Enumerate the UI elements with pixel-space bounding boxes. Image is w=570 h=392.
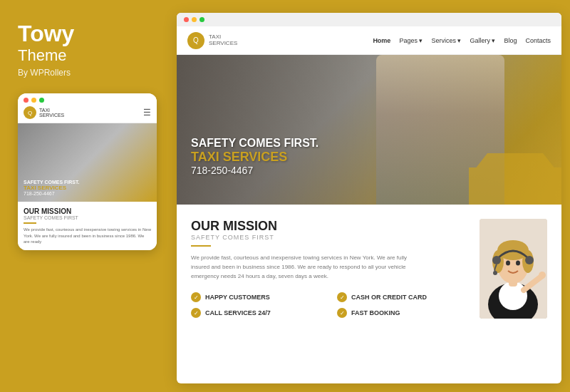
desktop-dot-yellow bbox=[192, 17, 197, 22]
check-icon-2: ✓ bbox=[337, 292, 347, 302]
hamburger-menu[interactable]: ☰ bbox=[143, 108, 151, 118]
check-icon-4: ✓ bbox=[337, 308, 347, 318]
feature-call-services: ✓ CALL SERVICES 24/7 bbox=[191, 308, 323, 318]
mission-section: OUR MISSION SAFETY COMES FIRST We provid… bbox=[191, 219, 469, 319]
hero-line3: 718-250-4467 bbox=[191, 165, 318, 176]
hero-line2: TAXI SERVICES bbox=[191, 150, 318, 165]
feature-label-4: FAST BOOKING bbox=[351, 309, 400, 316]
mobile-mockup: Q TAXI SERVICES ☰ SAFETY COMES FIRST. TA… bbox=[18, 93, 157, 250]
feature-grid: ✓ HAPPY CUSTOMERS ✓ CASH OR CREDIT CARD … bbox=[191, 292, 469, 318]
hero-text-block: SAFETY COMES FIRST. TAXI SERVICES 718-25… bbox=[191, 137, 318, 176]
mission-divider bbox=[191, 245, 211, 247]
svg-point-9 bbox=[525, 256, 534, 264]
agent-photo bbox=[480, 219, 547, 319]
dot-red bbox=[24, 98, 28, 103]
desktop-dot-red bbox=[184, 17, 189, 22]
desktop-mockup: Q TAXI SERVICES Home Pages ▾ Services ▾ … bbox=[177, 13, 561, 383]
brand-subtitle: Theme bbox=[18, 46, 146, 65]
brand-title: Towy bbox=[18, 21, 146, 46]
desktop-logo-icon: Q bbox=[187, 32, 204, 49]
menu-home[interactable]: Home bbox=[373, 37, 390, 44]
mobile-hero-text: SAFETY COMES FIRST. TAXI SERVICES 718-25… bbox=[24, 180, 79, 196]
feature-label-3: CALL SERVICES 24/7 bbox=[205, 309, 271, 316]
desktop-nav: Q TAXI SERVICES Home Pages ▾ Services ▾ … bbox=[177, 26, 561, 55]
mobile-mission-text: We provide fast, courteous and inexpensi… bbox=[24, 227, 151, 244]
feature-happy-customers: ✓ HAPPY CUSTOMERS bbox=[191, 292, 323, 302]
feature-cash: ✓ CASH OR CREDIT CARD bbox=[337, 292, 469, 302]
menu-pages[interactable]: Pages ▾ bbox=[399, 37, 423, 44]
mobile-divider bbox=[24, 222, 36, 224]
dot-green bbox=[39, 98, 44, 103]
desktop-logo: Q TAXI SERVICES bbox=[187, 32, 237, 49]
menu-services[interactable]: Services ▾ bbox=[431, 37, 461, 44]
left-panel: Towy Theme By WPRollers Q TAXI SERVICES … bbox=[0, 0, 164, 392]
feature-fast-booking: ✓ FAST BOOKING bbox=[337, 308, 469, 318]
mobile-content: OUR MISSION SAFETY COMES FIRST We provid… bbox=[18, 202, 157, 250]
mobile-logo-text: TAXI SERVICES bbox=[39, 108, 64, 118]
desktop-logo-text: TAXI SERVICES bbox=[209, 34, 237, 47]
brand-by: By WPRollers bbox=[18, 68, 146, 78]
check-icon-1: ✓ bbox=[191, 292, 201, 302]
mobile-hero-line3: 718-250-4467 bbox=[24, 191, 79, 196]
check-icon-3: ✓ bbox=[191, 308, 201, 318]
agent-photo-area bbox=[480, 219, 547, 319]
svg-point-10 bbox=[493, 271, 497, 275]
mobile-mission-title: OUR MISSION bbox=[24, 207, 151, 215]
feature-label-2: CASH OR CREDIT CARD bbox=[351, 294, 427, 301]
mission-subtitle: SAFETY COMES FIRST bbox=[191, 234, 469, 241]
mission-text: We provide fast, courteous and inexpensi… bbox=[191, 254, 412, 281]
dot-yellow bbox=[31, 98, 36, 103]
svg-point-8 bbox=[492, 256, 501, 264]
mobile-logo: Q TAXI SERVICES bbox=[24, 106, 64, 119]
mobile-mission-sub: SAFETY COMES FIRST bbox=[24, 215, 151, 220]
desktop-dot-green bbox=[200, 17, 204, 22]
svg-point-12 bbox=[516, 261, 520, 266]
menu-gallery[interactable]: Gallery ▾ bbox=[470, 37, 495, 44]
mobile-hero-line1: SAFETY COMES FIRST. bbox=[24, 180, 79, 185]
mobile-hero-line2: TAXI SERVICES bbox=[24, 185, 79, 191]
desktop-top-bar bbox=[177, 13, 561, 26]
desktop-menu: Home Pages ▾ Services ▾ Gallery ▾ Blog C… bbox=[373, 37, 551, 44]
menu-blog[interactable]: Blog bbox=[504, 37, 517, 44]
menu-contacts[interactable]: Contacts bbox=[525, 37, 551, 44]
mobile-top-bar bbox=[18, 93, 157, 103]
desktop-hero: SAFETY COMES FIRST. TAXI SERVICES 718-25… bbox=[177, 55, 561, 205]
mission-title: OUR MISSION bbox=[191, 219, 469, 234]
desktop-content: OUR MISSION SAFETY COMES FIRST We provid… bbox=[177, 205, 561, 333]
mobile-nav-bar: Q TAXI SERVICES ☰ bbox=[18, 103, 157, 123]
hero-line1: SAFETY COMES FIRST. bbox=[191, 137, 318, 150]
mobile-hero: SAFETY COMES FIRST. TAXI SERVICES 718-25… bbox=[18, 123, 157, 202]
feature-label-1: HAPPY CUSTOMERS bbox=[205, 294, 270, 301]
svg-point-13 bbox=[539, 272, 546, 279]
svg-point-11 bbox=[506, 261, 510, 266]
mobile-logo-icon: Q bbox=[24, 106, 36, 119]
agent-illustration bbox=[480, 219, 547, 319]
